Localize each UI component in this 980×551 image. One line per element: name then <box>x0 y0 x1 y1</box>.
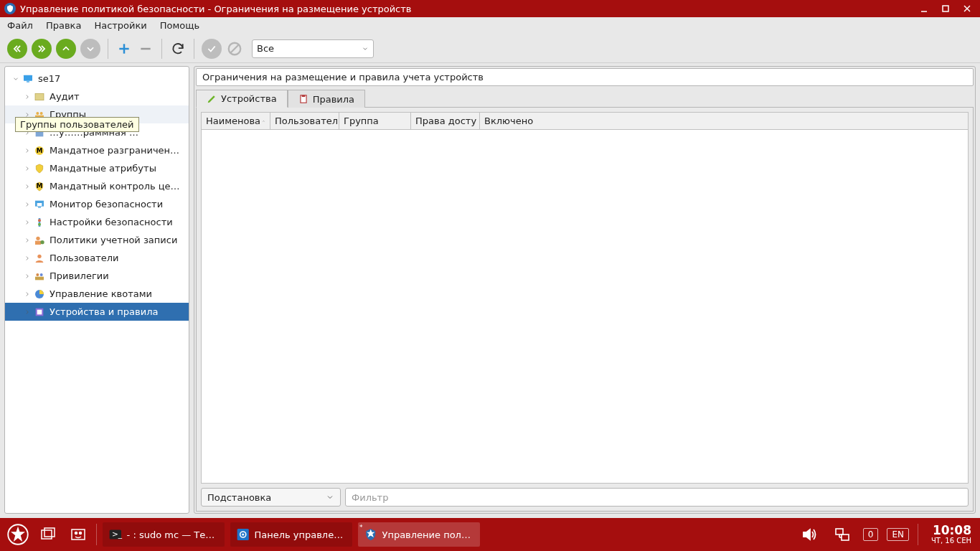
tree-item-label: Управление квотами <box>50 288 152 299</box>
expander-icon[interactable] <box>22 289 32 299</box>
col-enabled[interactable]: Включено <box>480 113 968 129</box>
menu-file[interactable]: Файл <box>7 20 33 31</box>
svg-rect-26 <box>35 240 41 244</box>
toolbar: Все <box>0 34 980 63</box>
show-desktop-button[interactable] <box>66 522 90 547</box>
tab-devices[interactable]: Устройства <box>196 90 288 108</box>
tree-item[interactable]: Аудит <box>5 88 189 105</box>
tabbar: Устройства Правила <box>196 89 974 107</box>
svg-rect-31 <box>35 276 44 280</box>
chevron-down-icon <box>362 45 369 52</box>
col-user[interactable]: Пользовател <box>270 113 339 129</box>
main-panel: Ограничения на размещение и правила учет… <box>194 66 976 514</box>
svg-point-24 <box>38 222 41 225</box>
svg-rect-36 <box>301 95 305 97</box>
keyboard-layout[interactable]: EN <box>887 528 909 541</box>
start-button[interactable] <box>6 522 30 547</box>
svg-point-23 <box>38 219 41 222</box>
app-window: Управление политикой безопасности - Огра… <box>0 0 980 518</box>
menu-edit[interactable]: Правка <box>46 20 81 31</box>
mandatory-attr-icon <box>34 163 45 174</box>
minimize-button[interactable] <box>915 1 933 16</box>
nav-tree[interactable]: se17 АудитГруппы…у……раммная …MМандатное … <box>4 66 189 514</box>
expander-icon[interactable] <box>22 307 32 317</box>
nav-up-button[interactable] <box>56 39 76 59</box>
col-name[interactable]: Наименова <box>202 113 270 129</box>
expander-icon[interactable] <box>22 92 32 102</box>
audit-icon <box>34 91 45 103</box>
expander-icon[interactable] <box>22 271 32 281</box>
system-tray: 0 EN 10:08 ЧТ, 16 СЕН <box>797 522 974 547</box>
users-icon <box>34 253 45 264</box>
nav-down-button[interactable] <box>80 39 100 59</box>
substitution-select[interactable]: Подстановка <box>201 488 341 507</box>
tree-item-label: Мандатный контроль це… <box>50 181 180 192</box>
expander-icon[interactable] <box>22 182 32 192</box>
volume-icon[interactable] <box>797 522 821 547</box>
tree-item[interactable]: Привилегии <box>5 267 189 285</box>
svg-rect-1 <box>943 6 948 11</box>
toolbar-sep <box>108 39 108 59</box>
task-terminal[interactable]: >_ - : sudo mc — Тер… <box>103 522 225 547</box>
remove-button[interactable] <box>137 40 154 57</box>
expander-icon[interactable] <box>22 164 32 174</box>
menu-help[interactable]: Помощь <box>160 20 199 31</box>
expander-icon[interactable] <box>11 74 21 84</box>
deny-button[interactable] <box>226 40 243 57</box>
tree-item[interactable]: MМандатный контроль це… <box>5 177 189 195</box>
tree-item[interactable]: MМандатное разграничен… <box>5 141 189 159</box>
tree-item[interactable]: Устройства и правила <box>5 303 189 321</box>
tree-item-label: Настройки безопасности <box>50 217 173 227</box>
modified-indicator: * <box>359 524 364 528</box>
expander-icon[interactable] <box>22 235 32 245</box>
refresh-button[interactable] <box>169 40 187 57</box>
col-rights[interactable]: Права досту <box>411 113 480 129</box>
tree-item-label: Аудит <box>50 91 80 102</box>
nav-last-button[interactable] <box>32 39 52 59</box>
devices-grid[interactable]: Наименова Пользовател Группа Права досту… <box>201 112 969 484</box>
tree-root[interactable]: se17 <box>5 70 189 88</box>
tree-item[interactable]: Политики учетной записи <box>5 231 189 249</box>
expander-icon[interactable] <box>22 217 32 227</box>
tree-root-label: se17 <box>38 73 60 84</box>
bottom-controls: Подстановка Фильтр <box>201 488 969 507</box>
filter-input[interactable]: Фильтр <box>345 488 969 507</box>
expander-icon[interactable] <box>22 253 32 263</box>
expander-icon[interactable] <box>22 199 32 209</box>
privileges-icon <box>34 270 45 282</box>
taskbar: >_ - : sudo mc — Тер… Панель управлен… *… <box>0 518 980 551</box>
tree-item[interactable]: Пользователи <box>5 249 189 267</box>
task-security-policy[interactable]: * Управление поли… <box>358 522 480 547</box>
svg-rect-34 <box>37 309 42 314</box>
security-settings-icon <box>34 217 45 228</box>
tree-item-label: Пользователи <box>50 253 119 263</box>
apply-button[interactable] <box>202 39 222 59</box>
maximize-button[interactable] <box>937 1 954 16</box>
tree-item[interactable]: Мандатные атрибуты <box>5 159 189 177</box>
svg-rect-20 <box>37 203 42 206</box>
menu-settings[interactable]: Настройки <box>94 20 146 31</box>
tree-item[interactable]: Управление квотами <box>5 285 189 303</box>
col-group[interactable]: Группа <box>339 113 411 129</box>
tab-rules-label: Правила <box>313 94 354 105</box>
task-control-panel[interactable]: Панель управлен… <box>230 522 352 547</box>
tree-item[interactable]: Монитор безопасности <box>5 195 189 213</box>
notifications-badge[interactable]: 0 <box>863 528 879 541</box>
svg-rect-39 <box>44 528 55 537</box>
tab-rules[interactable]: Правила <box>288 90 365 108</box>
tree-item[interactable]: Настройки безопасности <box>5 213 189 231</box>
svg-rect-10 <box>27 81 29 82</box>
close-button[interactable] <box>958 1 976 16</box>
add-button[interactable] <box>116 40 133 57</box>
expander-icon[interactable] <box>22 146 32 156</box>
toolbar-sep <box>194 39 194 59</box>
nav-first-button[interactable] <box>7 39 27 59</box>
network-icon[interactable] <box>830 522 854 547</box>
tab-page: Наименова Пользовател Группа Права досту… <box>196 107 974 512</box>
clock[interactable]: 10:08 ЧТ, 16 СЕН <box>931 524 971 545</box>
svg-rect-9 <box>24 75 32 80</box>
svg-point-30 <box>40 273 43 276</box>
taskview-button[interactable] <box>36 522 60 547</box>
svg-point-41 <box>75 532 77 534</box>
scope-combo[interactable]: Все <box>252 39 374 58</box>
